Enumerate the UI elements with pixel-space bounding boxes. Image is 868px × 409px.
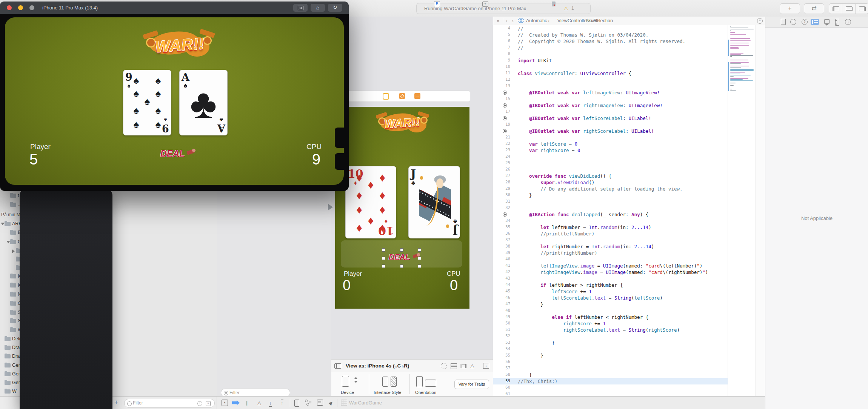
vary-for-traits-button[interactable]: Vary for Traits (454, 380, 489, 389)
align-icon[interactable] (451, 363, 457, 366)
resolve-issues-icon[interactable]: △ (470, 360, 474, 372)
card-pip: ♠ (155, 105, 161, 116)
cpu-score: 0 (450, 277, 458, 294)
breakpoints-arrow-icon[interactable] (232, 400, 240, 405)
toggle-debug-area-button[interactable] (842, 4, 856, 14)
outline-filter-input[interactable]: Filter (221, 389, 290, 397)
jump-bar-selection[interactable]: No Selection (586, 17, 613, 25)
storyboard-game-view[interactable]: WAR!! 10♦10♦♦♦♦♦♦♦♦♦♦♦ J♣J♣ (335, 107, 469, 309)
editor-arrangement-button[interactable]: ⇄ (804, 3, 824, 14)
history-inspector-icon[interactable] (790, 19, 796, 25)
selection-handle[interactable] (418, 248, 421, 252)
simulator-screen[interactable]: WAR!! 9♠9♠♠♠♠♠♠♠♠♠♠ A♣A♣♣ Player 5 CPU 9… (5, 17, 344, 185)
automatic-mode-icon[interactable] (520, 18, 524, 23)
close-traffic-light[interactable] (7, 5, 12, 10)
step-over-icon[interactable]: △ (257, 400, 261, 406)
orientation-landscape-icon[interactable] (425, 380, 436, 387)
selection-handle[interactable] (418, 257, 421, 260)
device-debug-icon[interactable] (294, 400, 299, 407)
home-button[interactable]: ⌂ (311, 4, 325, 12)
view-as-text[interactable]: View as: iPhone 4s (wC hR) (346, 360, 409, 372)
storyboard-right-card[interactable]: J♣J♣ (408, 166, 460, 238)
disclosure-closed-icon[interactable] (12, 249, 15, 253)
file-inspector-icon[interactable] (781, 19, 786, 25)
selection-handle[interactable] (382, 248, 385, 252)
location-icon[interactable]: ▶ (327, 399, 335, 407)
toggle-inspector-button[interactable] (856, 4, 868, 14)
selection-handle[interactable] (382, 264, 385, 268)
deal-button[interactable]: DEAL (160, 149, 185, 159)
navigator-filter-input[interactable]: Filter × (124, 399, 215, 407)
rotate-button[interactable]: ↻ (328, 4, 342, 12)
device-phone-icon[interactable] (342, 376, 349, 387)
code-line: @IBOutlet weak var leftImageView: UIImag… (493, 89, 728, 96)
disclosure-open-icon[interactable] (6, 241, 10, 243)
code-line: 34 (493, 218, 728, 224)
step-out-icon[interactable]: ↑ (281, 400, 283, 407)
code-line: 37 (493, 237, 728, 243)
source-control-filter-icon[interactable]: × (206, 401, 211, 406)
back-icon[interactable]: ‹ (506, 17, 508, 25)
simulator-titlebar[interactable]: iPhone 11 Pro Max (13.4) ⌂ ↻ (0, 2, 349, 14)
identity-inspector-icon[interactable] (824, 19, 830, 23)
selection-handle[interactable] (418, 264, 421, 268)
update-frames-icon[interactable] (441, 363, 447, 369)
selection-handle[interactable] (382, 257, 385, 260)
view-controller-header-icon[interactable] (383, 93, 389, 100)
navigator-add-icon[interactable]: + (114, 398, 118, 406)
memory-graph-icon[interactable] (305, 400, 312, 406)
debug-list-icon[interactable] (317, 400, 323, 406)
editor-options-icon[interactable]: ≡ (757, 18, 763, 24)
folder-icon (10, 240, 16, 244)
quick-help-icon[interactable]: ? (802, 19, 808, 25)
connection-well-icon[interactable] (503, 91, 507, 95)
add-constraints-icon[interactable] (462, 364, 466, 368)
add-library-button[interactable]: + (780, 3, 800, 14)
outline-toggle-icon[interactable] (334, 363, 341, 369)
pause-icon[interactable]: ∥ (245, 400, 248, 406)
step-into-icon[interactable]: ↓ (269, 400, 272, 407)
warning-count[interactable]: 1 (571, 3, 574, 14)
line-number: 6 (493, 38, 510, 43)
forward-icon[interactable]: › (512, 17, 514, 25)
source-editor[interactable]: 4//5// Created by Thomas W. Sjølin on 03… (493, 25, 765, 396)
folder-icon (10, 194, 16, 198)
storyboard-left-card[interactable]: 10♦10♦♦♦♦♦♦♦♦♦♦♦ (345, 166, 396, 238)
jump-bar-mode[interactable]: Automatic (526, 17, 547, 25)
chevron-up-icon[interactable] (354, 377, 358, 379)
connection-well-icon[interactable] (503, 129, 507, 133)
deal-button-selected[interactable]: DEAL (383, 250, 420, 266)
embed-icon[interactable]: ↓ (483, 363, 489, 369)
minimize-traffic-light[interactable] (18, 5, 23, 10)
disclosure-open-icon[interactable] (1, 223, 5, 225)
editor-scrollbar[interactable] (755, 25, 765, 396)
connection-well-icon[interactable] (503, 103, 507, 108)
selection-handle[interactable] (400, 248, 403, 252)
attributes-inspector-icon-selected[interactable] (811, 19, 819, 25)
recents-clock-icon[interactable] (197, 401, 202, 406)
size-inspector-icon[interactable] (835, 19, 839, 26)
cpu-label: CPU (306, 143, 322, 151)
minimap-change-bar (728, 40, 729, 56)
close-editor-icon[interactable]: × (497, 17, 500, 25)
minimap-line (730, 38, 750, 39)
connection-well-icon[interactable] (503, 212, 507, 217)
screenshot-button[interactable] (293, 4, 308, 12)
selection-handle[interactable] (400, 264, 403, 268)
add-editor-icon[interactable]: + (482, 2, 488, 7)
chevron-down-icon[interactable] (354, 381, 358, 383)
interface-style-dark-icon[interactable] (391, 377, 397, 387)
code-text: class ViewController: UIViewController { (518, 70, 631, 77)
connection-well-icon[interactable] (503, 116, 507, 120)
first-responder-icon[interactable] (399, 93, 405, 99)
exit-segue-icon[interactable]: → (414, 93, 420, 99)
toggle-navigator-button[interactable] (829, 4, 842, 14)
debug-hierarchy-icon[interactable]: ▲ (222, 400, 228, 406)
code-text: let leftNumber = Int.random(in: 2...14) (518, 224, 651, 231)
zoom-traffic-light[interactable] (29, 5, 34, 10)
warning-icon[interactable]: ⚠ (564, 3, 568, 14)
interface-style-light-icon[interactable] (382, 377, 388, 387)
connections-inspector-icon[interactable]: → (845, 19, 851, 25)
orientation-portrait-icon[interactable] (416, 376, 423, 387)
code-line: 61 (493, 391, 728, 396)
